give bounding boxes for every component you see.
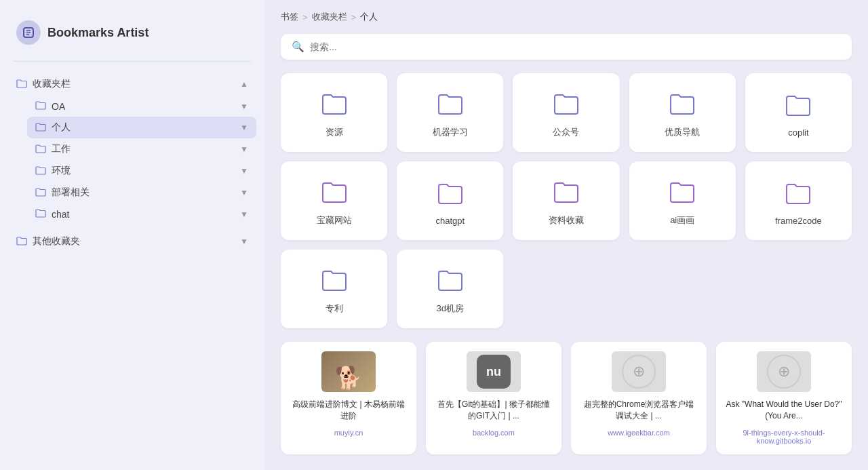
chevron-up-icon: ▲ <box>240 79 248 89</box>
chevron-down-icon: ▼ <box>240 166 248 176</box>
folder-icon-quality-nav <box>669 92 695 119</box>
sidebar-item-environment[interactable]: 环境 ▼ <box>27 160 256 182</box>
folder-label-frame2code: frame2code <box>775 216 822 226</box>
main-content: 书签 > 收藏夹栏 > 个人 🔍 资源 机器学习 <box>264 0 868 470</box>
chevron-down-icon: ▼ <box>240 123 248 132</box>
sidebar-nav: 收藏夹栏 ▲ OA ▼ 个人 <box>0 73 264 253</box>
bookmark-thumb-1 <box>321 351 376 392</box>
bookmark-url-2: backlog.com <box>473 429 515 437</box>
logo-area: Bookmarks Artist <box>0 14 264 61</box>
search-icon: 🔍 <box>292 41 304 53</box>
sidebar-item-bookmarks-bar[interactable]: 收藏夹栏 ▲ <box>8 73 256 96</box>
breadcrumb-current: 个人 <box>360 11 378 23</box>
bookmark-title-2: 首先【Git的基础】| 猴子都能懂的GIT入门 | ... <box>435 399 552 422</box>
globe-icon-4: ⊕ <box>767 355 801 389</box>
chevron-down-icon: ▼ <box>240 210 248 219</box>
folder-icon-chatgpt <box>437 182 463 209</box>
chevron-down-icon: ▼ <box>240 188 248 197</box>
folder-icon-3d-room <box>437 269 463 296</box>
other-bookmarks-label: 其他收藏夹 <box>33 235 240 248</box>
folder-icon-chat <box>35 208 46 220</box>
folder-icon-oa <box>35 100 46 112</box>
bookmark-card-4[interactable]: ⊕ Ask "What Would the User Do?" (You Are… <box>716 342 852 454</box>
folder-icon-wechat <box>553 92 579 119</box>
folder-label-data-collection: 资料收藏 <box>549 214 584 227</box>
bookmark-thumb-4: ⊕ <box>757 351 811 392</box>
bookmark-grid: 高级前端进阶博文 | 木易杨前端进阶 muyiy.cn nu 首先【Git的基础… <box>281 342 852 454</box>
sidebar-item-oa[interactable]: OA ▼ <box>27 96 256 117</box>
folder-card-3d-room[interactable]: 3d机房 <box>397 250 503 328</box>
logo-icon <box>16 20 41 45</box>
folder-card-ml[interactable]: 机器学习 <box>397 73 503 152</box>
bookmark-title-4: Ask "What Would the User Do?" (You Are..… <box>726 399 842 422</box>
bookmark-thumb-3: ⊕ <box>612 351 666 392</box>
app-title: Bookmarks Artist <box>47 26 149 40</box>
folder-label-treasure-site: 宝藏网站 <box>317 214 352 227</box>
folder-icon-work <box>35 144 46 155</box>
folder-card-frame2code[interactable]: frame2code <box>745 161 852 240</box>
folder-card-coplit[interactable]: coplit <box>745 73 852 152</box>
folder-icon-frame2code <box>785 182 811 209</box>
bookmark-card-3[interactable]: ⊕ 超完整的Chrome浏览器客户端调试大全 | ... www.igeekba… <box>571 342 707 454</box>
breadcrumb-sep-2: > <box>351 12 357 22</box>
search-bar: 🔍 <box>281 34 852 60</box>
environment-label: 环境 <box>52 165 240 177</box>
sidebar-item-department[interactable]: 部署相关 ▼ <box>27 182 256 203</box>
folder-card-wechat[interactable]: 公众号 <box>513 73 619 152</box>
breadcrumb-item-2[interactable]: 收藏夹栏 <box>312 11 347 23</box>
folder-card-chatgpt[interactable]: chatgpt <box>397 161 503 240</box>
bookmark-url-1: muyiy.cn <box>334 429 363 437</box>
folder-icon-data-collection <box>553 180 579 208</box>
folder-label-resources: 资源 <box>326 126 343 138</box>
folder-card-ai-drawing[interactable]: ai画画 <box>629 161 736 240</box>
bookmarks-bar-label: 收藏夹栏 <box>33 78 240 90</box>
folder-label-chatgpt: chatgpt <box>435 216 465 226</box>
bookmarks-bar-children: OA ▼ 个人 ▼ 工作 <box>8 96 256 224</box>
folder-icon-ml <box>437 92 463 119</box>
folder-icon-ai-drawing <box>669 180 695 208</box>
folder-card-resources[interactable]: 资源 <box>281 73 387 152</box>
folder-icon-personal <box>35 122 46 134</box>
chat-label: chat <box>52 209 240 220</box>
department-label: 部署相关 <box>52 187 240 199</box>
folder-label-ai-drawing: ai画画 <box>670 214 694 227</box>
breadcrumb-item-1[interactable]: 书签 <box>281 11 298 23</box>
folder-icon-patent <box>321 269 347 296</box>
search-input[interactable] <box>310 41 841 52</box>
globe-icon-3: ⊕ <box>622 355 656 389</box>
folder-label-coplit: coplit <box>788 128 808 138</box>
bookmark-card-2[interactable]: nu 首先【Git的基础】| 猴子都能懂的GIT入门 | ... backlog… <box>426 342 561 454</box>
sidebar-item-work[interactable]: 工作 ▼ <box>27 138 256 160</box>
bookmark-card-1[interactable]: 高级前端进阶博文 | 木易杨前端进阶 muyiy.cn <box>281 342 416 454</box>
nu-icon: nu <box>477 355 511 389</box>
sidebar: Bookmarks Artist 收藏夹栏 ▲ OA ▼ <box>0 0 264 470</box>
folder-icon-treasure-site <box>321 180 347 208</box>
sidebar-item-chat[interactable]: chat ▼ <box>27 203 256 224</box>
folder-card-data-collection[interactable]: 资料收藏 <box>513 161 619 240</box>
folder-card-patent[interactable]: 专利 <box>281 250 387 328</box>
work-label: 工作 <box>52 143 240 155</box>
folder-label-quality-nav: 优质导航 <box>665 126 700 138</box>
bookmark-url-3: www.igeekbar.com <box>608 429 670 437</box>
sidebar-item-other-bookmarks[interactable]: 其他收藏夹 ▼ <box>8 230 256 253</box>
bookmark-title-3: 超完整的Chrome浏览器客户端调试大全 | ... <box>580 399 697 422</box>
folder-card-quality-nav[interactable]: 优质导航 <box>629 73 736 152</box>
folder-label-patent: 专利 <box>326 302 343 315</box>
folder-icon-env <box>35 165 46 177</box>
folder-label-ml: 机器学习 <box>433 126 468 138</box>
breadcrumb: 书签 > 收藏夹栏 > 个人 <box>281 11 852 23</box>
sidebar-divider <box>14 61 251 62</box>
chevron-down-icon-other: ▼ <box>240 237 248 246</box>
folder-icon-other <box>16 236 27 248</box>
bookmark-title-1: 高级前端进阶博文 | 木易杨前端进阶 <box>290 399 407 422</box>
chevron-down-icon: ▼ <box>240 102 248 111</box>
personal-label: 个人 <box>52 121 240 134</box>
folder-label-wechat: 公众号 <box>553 126 579 138</box>
sidebar-item-personal[interactable]: 个人 ▼ <box>27 117 256 138</box>
folder-card-treasure-site[interactable]: 宝藏网站 <box>281 161 387 240</box>
breadcrumb-sep-1: > <box>302 12 308 22</box>
folder-icon <box>16 79 27 90</box>
folder-icon-coplit <box>785 94 811 121</box>
bookmark-url-4: 9l-things-every-x-should-know.gitbooks.i… <box>726 429 842 445</box>
folder-icon-dept <box>35 187 46 199</box>
